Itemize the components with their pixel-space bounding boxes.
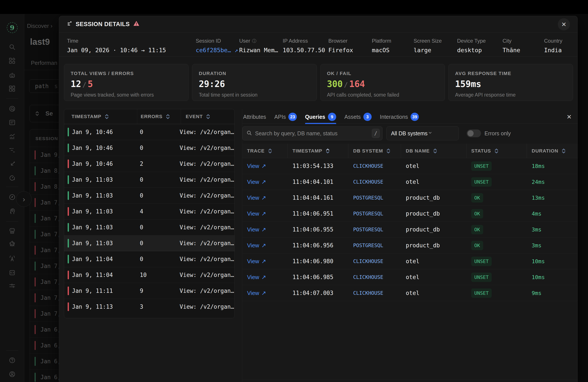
trace-view-link[interactable]: View↗	[247, 179, 288, 185]
event-row[interactable]: Jan 9, 10:46 0 View: /v2/organ…	[64, 124, 234, 140]
tab[interactable]: Attributes	[243, 110, 266, 124]
event-name: View: /v2/organ…	[180, 240, 234, 247]
panel-close-button[interactable]: ✕	[567, 113, 572, 121]
sort-icon[interactable]	[433, 148, 438, 154]
info-platform: Platform macOS	[372, 38, 391, 54]
tab[interactable]: Queries 9	[305, 110, 336, 124]
sidebar-item-deployments[interactable]	[0, 268, 24, 278]
sidebar-item-search[interactable]	[0, 42, 24, 53]
trace-view-link[interactable]: View↗	[247, 258, 288, 265]
event-row[interactable]: Jan 9, 11:03 0 View: /v2/organ…	[64, 219, 234, 235]
trace-view-link[interactable]: View↗	[247, 274, 288, 281]
trace-view-link[interactable]: View↗	[247, 290, 288, 297]
event-row[interactable]: Jan 9, 11:04 0 View: /v2/organ…	[64, 251, 234, 267]
tab-performance[interactable]: Performan	[31, 60, 57, 66]
sort-icon[interactable]	[206, 113, 210, 120]
column-header-db-system[interactable]: DB SYSTEM	[348, 144, 401, 158]
event-row[interactable]: Jan 9, 11:03 4 View: /v2/organ…	[64, 203, 234, 219]
event-row[interactable]: Jan 9, 11:03 0 View: /v2/organ…	[64, 235, 234, 251]
tab[interactable]: Interactions 39	[380, 110, 419, 124]
sidebar-item-alerts[interactable]	[0, 173, 24, 184]
sort-select[interactable]: Se	[30, 105, 59, 122]
column-header-errors[interactable]: ERRORS	[137, 109, 181, 124]
sidebar-item-pivot[interactable]	[0, 159, 24, 170]
query-search-input[interactable]	[255, 130, 369, 137]
event-row[interactable]: Jan 9, 11:03 0 View: /v2/organ…	[64, 172, 234, 188]
sidebar-item-dashboards[interactable]	[0, 84, 24, 94]
sort-select-label: Se	[45, 110, 53, 117]
session-list-item[interactable]: Jan 7,	[30, 226, 59, 242]
modal-close-button[interactable]: ✕	[558, 18, 570, 30]
last9-logo[interactable]: 9	[0, 22, 24, 33]
sort-icon[interactable]	[325, 148, 330, 154]
event-row[interactable]: Jan 9, 10:46 2 View: /v2/organ…	[64, 156, 234, 172]
session-list-item[interactable]: Jan 6,	[30, 353, 59, 369]
sidebar-item-settings[interactable]	[0, 281, 24, 291]
sidebar-item-account[interactable]	[0, 369, 24, 380]
trace-view-link[interactable]: View↗	[247, 242, 288, 249]
session-list-item[interactable]: Jan 7,	[30, 306, 59, 321]
breadcrumb[interactable]: Discover ›	[27, 23, 52, 29]
session-list-item[interactable]: Jan 7,	[30, 242, 59, 258]
column-header-event[interactable]: EVENT	[181, 109, 234, 124]
sort-icon[interactable]	[166, 113, 170, 120]
tab[interactable]: APIs 23	[274, 110, 297, 124]
event-errors: 0	[136, 176, 180, 183]
sidebar-item-apps[interactable]	[0, 56, 24, 66]
sidebar-item-apm[interactable]	[0, 104, 24, 114]
session-list-item[interactable]: Jan 7,	[30, 194, 59, 210]
event-row[interactable]: Jan 9, 10:46 0 View: /v2/organ…	[64, 140, 234, 156]
sort-icon[interactable]	[494, 148, 499, 154]
search-icon	[246, 130, 252, 137]
sidebar-item-help[interactable]	[0, 356, 24, 366]
session-list-item[interactable]: Jan 6,	[30, 338, 59, 353]
event-row[interactable]: Jan 9, 11:04 10 View: /v2/organ…	[64, 267, 234, 283]
session-id-link[interactable]: ce6f285be… ↗	[196, 47, 238, 54]
session-list-item[interactable]: Jan 7,	[30, 258, 59, 274]
grafana-icon	[8, 240, 16, 248]
session-list-item[interactable]: Jan 6,	[30, 321, 59, 338]
sidebar-item-metrics[interactable]	[0, 132, 24, 142]
column-header-db-name[interactable]: DB NAME	[401, 144, 466, 158]
sidebar-item-assistant[interactable]	[0, 70, 24, 81]
trace-view-link[interactable]: View↗	[247, 163, 288, 170]
trace-view-link[interactable]: View↗	[247, 226, 288, 233]
tab[interactable]: Assets 3	[344, 110, 372, 124]
session-list-item[interactable]: Jan 7,	[30, 210, 59, 226]
sidebar-expand-button[interactable]: ›	[16, 191, 32, 207]
query-timestamp: 11:04:07.003	[293, 290, 333, 296]
sort-icon[interactable]	[104, 113, 109, 120]
session-list-item[interactable]: Jan 8,	[30, 163, 59, 179]
session-list-item[interactable]: Jan 8,	[30, 179, 59, 194]
column-header-duration[interactable]: DURATION	[527, 144, 578, 158]
session-list-item[interactable]: Jan 9,	[30, 147, 59, 163]
sidebar-item-logs[interactable]	[0, 118, 24, 128]
event-row[interactable]: Jan 9, 11:03 0 View: /v2/organ…	[64, 188, 234, 203]
sliders-icon	[8, 282, 16, 290]
db-system-select[interactable]: All DB systems	[386, 127, 459, 140]
column-header-status[interactable]: STATUS	[466, 144, 527, 158]
session-list-item[interactable]: Jan 6,	[30, 369, 59, 382]
session-details-modal: SESSION DETAILS ✕ Time Jan 09, 2026 · 10…	[59, 16, 578, 382]
event-row[interactable]: Jan 9, 11:11 9 View: /v2/organ…	[64, 283, 234, 299]
trace-view-link[interactable]: View↗	[247, 210, 288, 217]
column-header-timestamp[interactable]: TIMESTAMP	[64, 109, 137, 124]
column-header-timestamp[interactable]: TIMESTAMP	[288, 144, 348, 158]
trace-view-link[interactable]: View↗	[247, 194, 288, 201]
sort-icon[interactable]	[561, 148, 566, 154]
errors-only-toggle[interactable]	[467, 129, 481, 137]
tab-label: Attributes	[243, 114, 266, 120]
sidebar-item-telemetry[interactable]	[0, 254, 24, 264]
event-row[interactable]: Jan 9, 11:13 3 View: /v2/organ…	[64, 299, 234, 315]
filter-chip-path[interactable]: path s	[29, 79, 59, 93]
session-list-item[interactable]: Jan 7,	[30, 274, 59, 290]
query-duration: 10ms	[532, 274, 545, 280]
sort-icon[interactable]	[386, 148, 391, 154]
sidebar-item-ai[interactable]	[0, 207, 24, 217]
sort-icon[interactable]	[268, 148, 273, 154]
sidebar-item-grafana[interactable]	[0, 239, 24, 250]
session-list-item[interactable]: Jan 7,	[30, 290, 59, 306]
column-header-trace[interactable]: TRACE	[242, 144, 288, 158]
sidebar-item-services[interactable]	[0, 226, 24, 236]
sidebar-item-traces[interactable]	[0, 145, 24, 156]
